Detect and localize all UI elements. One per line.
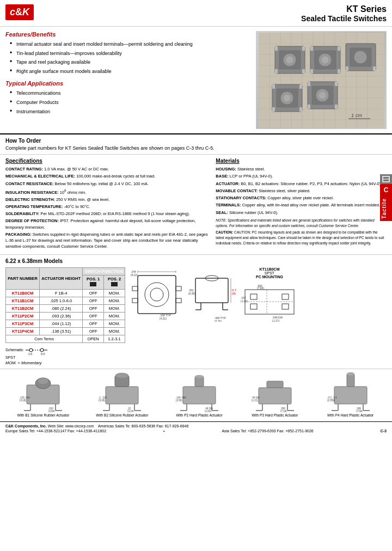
materials-note: NOTE: Specifications and materials liste… [216,218,387,229]
svg-rect-25 [275,46,278,51]
part-kt11b1cm[interactable]: KT11B1CM [6,297,40,304]
side-tab: C Tactile [380,174,392,221]
svg-text:(3.18): (3.18) [20,399,26,402]
footer-company: C&K Components, Inc. Web Site: www.ckcor… [5,424,188,428]
svg-text:(7.62): (7.62) [257,286,264,290]
specifications-column: Specifications CONTACT RATING: 1.0 VA ma… [5,158,210,251]
svg-rect-31 [310,69,313,74]
part-kt11p4cm[interactable]: KT11P4CM [6,327,40,335]
svg-point-123 [115,373,128,378]
part-kt11b2cm[interactable]: KT11B2CM [6,304,40,312]
top-section: Features/Benefits Internal actuator seal… [0,27,392,133]
svg-point-72 [150,288,163,301]
mat-seal: SEAL: Silicone rubber (UL 94V-0). [216,210,387,216]
svg-rect-100 [250,304,257,309]
mom-label: MOM. = Momentary [5,360,125,365]
side-view-svg: .251 (6.38) .060 TYP (0.76) H TYP (H) [187,267,236,322]
svg-text:(7.19): (7.19) [280,410,287,412]
svg-rect-47 [299,84,302,89]
svg-rect-144 [267,381,283,388]
product-b1: .125 .016 (3.18) .032 (0.84) With B1 Sil… [17,371,69,417]
part-kt11p2cm[interactable]: KT11P2CM [6,312,40,320]
tab-icon [380,174,392,184]
svg-text:(2.24): (2.24) [127,410,134,412]
footer-line-1: C&K Components, Inc. Web Site: www.ckcor… [5,424,387,428]
pos1-p2: OFF [83,312,104,320]
svg-rect-45 [299,107,302,112]
mat-actuator: ACTUATOR: B0, B1, B2 actuators: Silicone… [216,181,387,187]
parts-table: PART NUMBER ACTUATOR HEIGHT SWITCH FUNCT… [5,267,125,343]
col-pos1: POS. 1 [83,275,104,289]
tab-icon-svg [382,175,390,183]
svg-rect-75 [132,298,138,303]
schematic-svg: 1.0 0.4 [26,345,47,356]
svg-rect-153 [334,387,367,404]
top-view-diagram: .244 (6.22) .158 TYP (4.01) [130,267,184,323]
height-p3: .044 (1.12) [40,320,83,327]
parts-table-column: PART NUMBER ACTUATOR HEIGHT SWITCH FUNCT… [5,267,125,365]
mat-terminals: TERMINALS: Copper alloy, with tin-lead a… [216,202,387,208]
spec-insulation: INSULATION RESISTANCE: 108 ohms min. [5,188,210,195]
svg-rect-61 [90,282,96,286]
mat-housing: HOUSING: Stainless steel. [216,166,387,172]
svg-rect-74 [176,286,181,291]
svg-text:cm: cm [356,113,363,118]
products-row: .125 .016 (3.18) .032 (0.84) With B1 Sil… [5,371,387,417]
svg-rect-132 [183,387,216,404]
common-terms-label: Com Terms [6,335,83,342]
features-list: Internal actuator seal and insert molded… [5,40,250,76]
svg-rect-84 [195,278,228,303]
product-p4-svg: .3°C, 3.4 (2.559) .299 (7.59) [326,371,375,412]
feature-item-1: Internal actuator seal and insert molded… [10,40,250,49]
pos2-range: 1.2-3.1 [104,335,125,342]
applications-title: Typical Applications [5,80,250,87]
svg-text:(1.64): (1.64) [205,410,211,412]
app-item-3: Instrumentation [10,107,250,117]
spec-contact-rating: CONTACT RATING: 1.0 VA max. @ 50 V AC or… [5,166,210,172]
svg-rect-33 [310,46,313,51]
col-part-number: PART NUMBER [6,267,40,289]
svg-text:1.0: 1.0 [28,352,32,356]
pos1-p3: OFF [83,320,104,327]
svg-rect-73 [132,286,138,291]
product-p3-label: With P3 Hard Plastic Actuator [252,413,298,417]
pos2-b2: MOM. [104,304,125,312]
logo-text: c&K [10,7,29,18]
svg-text:(4.01): (4.01) [160,317,167,320]
materials-title: Materials [216,158,387,164]
models-section: 6.22 x 6.38mm Models PART NUMBER ACTUATO… [0,254,392,369]
product-image-inner: 1 cm [256,32,386,128]
product-photo-svg: 1 cm [259,33,384,128]
spec-dielectric: DIELECTRIC STRENGTH: 250 V RMS min. @ se… [5,197,210,203]
table-row: KT11B2CM .080 (2.24) OFF MOM. [6,304,125,312]
svg-rect-34 [338,46,340,51]
how-to-order-text: Complete part numbers for KT Series Seal… [5,145,387,151]
product-b2-svg: .2, .016 (3.18) .22 (2.24) [97,371,146,412]
product-p2: .140 .064 (3.56) .46 DIA (1.64) With P2 … [175,371,224,417]
pos1-b2: OFF [83,304,104,312]
svg-point-51 [318,91,326,99]
app-item-2: Computer Products [10,98,250,107]
product-p2-svg: .140 .064 (3.56) .46 DIA (1.64) [175,371,224,412]
svg-rect-98 [250,294,257,299]
materials-caution: CAUTION: CAUTION: PC mounting layouts an… [216,230,387,246]
page-header: c&K KT Series Sealed Tactile Switches [0,0,392,27]
svg-rect-62 [111,282,118,286]
table-row: KT11B1CM .025 1.0-6.0 OFF MOM. [6,297,125,304]
models-title: 6.22 x 6.38mm Models [5,258,387,264]
models-content: PART NUMBER ACTUATOR HEIGHT SWITCH FUNCT… [5,267,387,365]
bottom-products-section: .125 .016 (3.18) .032 (0.84) With B1 Sil… [0,369,392,421]
product-p2-label: With P2 Hard Plastic Actuator [176,413,222,417]
part-kt11p3cm[interactable]: KT11P3CM [6,320,40,327]
table-row: KT11P4CM .136 (3.51) OFF MOM. [6,327,125,335]
svg-rect-99 [282,294,289,299]
svg-rect-53 [335,105,338,109]
how-to-order-section: How To Order Complete part numbers for K… [0,133,392,154]
svg-rect-39 [373,66,376,71]
pc-mounting-label: PC MOUNTING [240,275,299,279]
product-b2-label: With B2 Silicone Rubber Actuator [96,413,148,417]
svg-rect-76 [176,298,181,303]
part-kt11b0cm[interactable]: KT11B0CM [6,289,40,297]
pos2-p4: MOM. [104,327,125,335]
spst-label: SPST [5,356,125,359]
